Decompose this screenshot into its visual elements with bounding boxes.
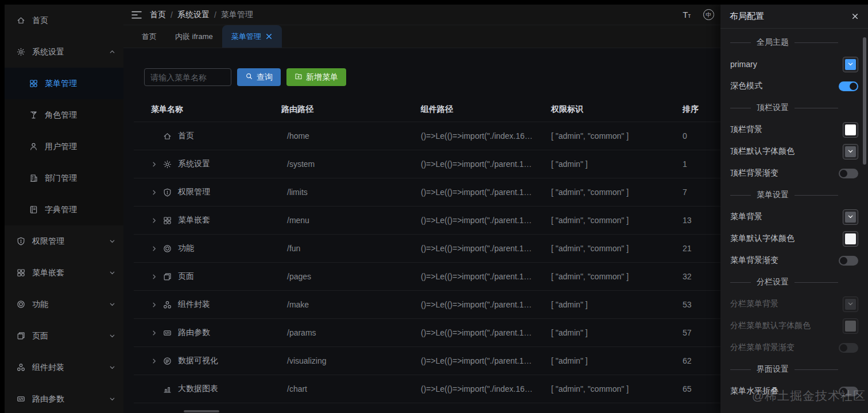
sidebar-item-role-management[interactable]: 角色管理 [5, 99, 123, 131]
section-title: 界面设置 [757, 364, 789, 375]
expand-icon[interactable] [151, 358, 162, 364]
expand-icon[interactable] [151, 302, 162, 308]
global-theme-color-picker[interactable] [843, 57, 858, 72]
setting-control [839, 256, 858, 266]
divider-line [730, 282, 751, 283]
add-menu-button[interactable]: 新增菜单 [286, 68, 346, 86]
tab-home[interactable]: 首页 [133, 25, 166, 48]
expand-icon[interactable] [151, 217, 162, 224]
setting-label: 菜单水平折叠 [730, 386, 778, 396]
breadcrumb-item[interactable]: 系统设置 [177, 10, 210, 20]
permission-cell: [ "admin", "common" ] [547, 216, 679, 225]
sidebar-item-component-wrapping[interactable]: 组件封装 [5, 352, 123, 383]
permission-cell: [ "admin" ] [547, 159, 679, 169]
setting-row-split-menu-font-color: 分栏菜单默认字体颜色 [720, 315, 868, 337]
sidebar-item-dictionary-management[interactable]: 字典管理 [5, 194, 123, 225]
toggle-knob [850, 83, 857, 90]
menu-grid-icon [29, 79, 39, 89]
sidebar-item-label: 页面 [32, 331, 48, 341]
folder-add-icon [294, 72, 303, 82]
setting-control [843, 122, 858, 138]
menu-font-color-color-picker[interactable] [843, 231, 858, 247]
menu-grid-icon [16, 268, 26, 278]
setting-row-topbar-gradient: 顶栏背景渐变 [720, 162, 868, 184]
horizontal-scrollbar-thumb[interactable] [184, 410, 219, 412]
sidebar-item-menu-management[interactable]: 菜单管理 [5, 68, 123, 99]
sidebar-item-route-params[interactable]: 路由参数 [5, 383, 123, 413]
drawer-scrollbar[interactable] [863, 37, 866, 165]
sidebar-item-label: 部门管理 [45, 173, 77, 184]
split-menu-gradient-toggle[interactable] [839, 343, 858, 353]
color-swatch [845, 233, 856, 244]
topbar-gradient-toggle[interactable] [839, 169, 858, 178]
menu-background-color-picker[interactable] [843, 209, 858, 225]
column-header: 路由路径 [281, 104, 417, 115]
expand-icon[interactable] [151, 330, 162, 336]
route-params-icon [162, 328, 172, 338]
expand-icon[interactable] [151, 189, 162, 196]
components-icon [16, 363, 26, 373]
chevron-down-icon [847, 146, 854, 157]
sidebar-item-menu-nesting[interactable]: 菜单嵌套 [5, 257, 123, 289]
expand-icon[interactable] [151, 161, 162, 167]
sidebar-item-label: 角色管理 [45, 110, 77, 120]
component-path-cell: ()=>Le(()=>import("./parent.1… [417, 300, 547, 309]
tab-menu-management[interactable]: 菜单管理 [222, 25, 282, 48]
visualization-icon [162, 356, 172, 366]
sidebar-item-pages[interactable]: 页面 [5, 320, 123, 352]
dark-mode-toggle[interactable] [839, 81, 858, 91]
split-menu-font-color-color-picker[interactable] [843, 318, 858, 334]
language-icon[interactable]: 中 [703, 9, 714, 20]
sidebar-item-label: 菜单嵌套 [32, 268, 64, 278]
sidebar-item-home[interactable]: 首页 [5, 5, 123, 36]
component-path-cell: ()=>Le(()=>import("./index.16… [417, 131, 547, 141]
pages-icon [162, 272, 172, 282]
divider-line [730, 108, 751, 108]
chevron-down-icon [847, 59, 854, 69]
sidebar-collapse-icon[interactable] [131, 11, 142, 19]
component-path-cell: ()=>Le(()=>import("./parent.1… [417, 328, 547, 337]
close-icon[interactable] [851, 13, 859, 20]
chevron-down-icon [109, 270, 115, 276]
tab-iframe[interactable]: 内嵌 iframe [166, 25, 222, 48]
toggle-knob [840, 388, 847, 395]
setting-label: 分栏菜单默认字体颜色 [730, 321, 811, 331]
split-menu-background-color-picker[interactable] [843, 297, 858, 312]
menu-horizontal-collapse-toggle[interactable] [839, 387, 858, 396]
expand-icon[interactable] [151, 274, 162, 280]
route-path-cell: /visualizing [281, 356, 417, 365]
column-header: 权限标识 [547, 104, 679, 115]
sidebar-item-label: 首页 [32, 15, 48, 26]
divider-line [795, 282, 838, 283]
chevron-down-icon [847, 299, 854, 309]
sidebar-item-department-management[interactable]: 部门管理 [5, 162, 123, 194]
permission-cell: [ "admin" ] [547, 328, 679, 337]
role-icon [29, 110, 39, 120]
section-divider: 顶栏设置 [720, 97, 868, 119]
breadcrumb-item[interactable]: 菜单管理 [221, 10, 253, 20]
menu-name-label: 权限管理 [178, 187, 210, 197]
expand-icon[interactable] [151, 246, 162, 252]
permission-cell: [ "admin", "common" ] [547, 384, 679, 393]
sidebar-item-permission-management[interactable]: 权限管理 [5, 225, 123, 257]
font-size-icon[interactable]: Tт [683, 10, 691, 20]
home-icon [16, 15, 26, 26]
search-button[interactable]: 查询 [237, 68, 281, 86]
menu-gradient-toggle[interactable] [839, 256, 858, 266]
menu-name-label: 路由参数 [178, 328, 210, 338]
chevron-down-icon [109, 333, 115, 339]
breadcrumb-separator: / [214, 10, 216, 20]
close-icon[interactable] [265, 33, 273, 40]
sidebar: 首页系统设置菜单管理角色管理用户管理部门管理字典管理权限管理菜单嵌套功能页面组件… [5, 5, 123, 413]
tab-label: 首页 [142, 32, 157, 42]
sidebar-item-user-management[interactable]: 用户管理 [5, 131, 123, 162]
user-icon [29, 142, 39, 152]
topbar-background-color-picker[interactable] [843, 122, 858, 138]
menu-name-label: 组件封装 [178, 299, 210, 310]
search-input[interactable] [144, 68, 231, 86]
topbar-font-color-color-picker[interactable] [843, 144, 858, 159]
sidebar-item-system-settings[interactable]: 系统设置 [5, 36, 123, 68]
setting-label: 菜单背景 [730, 212, 762, 222]
sidebar-item-features[interactable]: 功能 [5, 289, 123, 320]
breadcrumb-item[interactable]: 首页 [150, 10, 166, 20]
